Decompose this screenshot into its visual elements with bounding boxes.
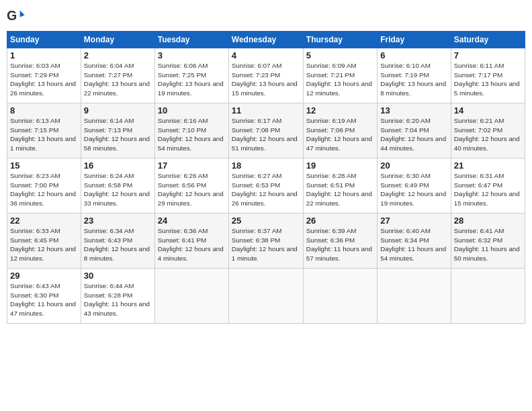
day-number: 29 <box>10 271 78 281</box>
day-number: 7 <box>454 50 522 60</box>
calendar-cell: 30 Sunrise: 6:44 AMSunset: 6:28 PMDaylig… <box>81 269 154 324</box>
calendar-cell: 7 Sunrise: 6:11 AMSunset: 7:17 PMDayligh… <box>451 48 525 103</box>
day-info: Sunrise: 6:03 AMSunset: 7:29 PMDaylight:… <box>10 62 76 97</box>
day-info: Sunrise: 6:10 AMSunset: 7:19 PMDaylight:… <box>380 62 446 97</box>
calendar-cell: 18 Sunrise: 6:27 AMSunset: 6:53 PMDaylig… <box>228 158 303 214</box>
day-number: 16 <box>84 161 152 171</box>
day-number: 12 <box>306 105 374 116</box>
calendar-cell: 14 Sunrise: 6:21 AMSunset: 7:02 PMDaylig… <box>451 103 525 158</box>
calendar-cell: 11 Sunrise: 6:17 AMSunset: 7:08 PMDaylig… <box>228 103 303 158</box>
calendar-cell: 9 Sunrise: 6:14 AMSunset: 7:13 PMDayligh… <box>81 103 154 158</box>
day-number: 28 <box>454 216 522 226</box>
day-info: Sunrise: 6:07 AMSunset: 7:23 PMDaylight:… <box>232 62 298 97</box>
calendar-cell: 27 Sunrise: 6:40 AMSunset: 6:34 PMDaylig… <box>378 214 451 269</box>
calendar-body: 1 Sunrise: 6:03 AMSunset: 7:29 PMDayligh… <box>7 48 525 324</box>
calendar-cell: 5 Sunrise: 6:09 AMSunset: 7:21 PMDayligh… <box>303 48 377 103</box>
calendar-week-row: 1 Sunrise: 6:03 AMSunset: 7:29 PMDayligh… <box>7 48 525 103</box>
day-info: Sunrise: 6:40 AMSunset: 6:34 PMDaylight:… <box>380 227 446 262</box>
day-info: Sunrise: 6:28 AMSunset: 6:51 PMDaylight:… <box>306 172 372 207</box>
calendar-cell: 13 Sunrise: 6:20 AMSunset: 7:04 PMDaylig… <box>378 103 451 158</box>
calendar-cell: 24 Sunrise: 6:36 AMSunset: 6:41 PMDaylig… <box>154 214 228 269</box>
svg-text:G: G <box>7 8 17 23</box>
calendar-cell: 28 Sunrise: 6:41 AMSunset: 6:32 PMDaylig… <box>451 214 525 269</box>
day-info: Sunrise: 6:23 AMSunset: 7:00 PMDaylight:… <box>10 172 76 207</box>
day-info: Sunrise: 6:34 AMSunset: 6:43 PMDaylight:… <box>84 227 150 262</box>
page-header: G <box>7 7 525 26</box>
day-info: Sunrise: 6:26 AMSunset: 6:56 PMDaylight:… <box>158 172 224 207</box>
day-info: Sunrise: 6:44 AMSunset: 6:28 PMDaylight:… <box>84 282 150 317</box>
day-info: Sunrise: 6:14 AMSunset: 7:13 PMDaylight:… <box>84 117 150 152</box>
logo: G <box>7 7 28 26</box>
calendar-cell: 1 Sunrise: 6:03 AMSunset: 7:29 PMDayligh… <box>7 48 81 103</box>
day-info: Sunrise: 6:39 AMSunset: 6:36 PMDaylight:… <box>306 227 372 262</box>
calendar-cell <box>154 269 228 324</box>
day-info: Sunrise: 6:33 AMSunset: 6:45 PMDaylight:… <box>10 227 76 262</box>
day-number: 21 <box>454 161 522 171</box>
calendar-cell: 3 Sunrise: 6:06 AMSunset: 7:25 PMDayligh… <box>154 48 228 103</box>
svg-marker-1 <box>20 11 25 17</box>
day-number: 9 <box>84 105 152 116</box>
calendar-cell: 16 Sunrise: 6:24 AMSunset: 6:58 PMDaylig… <box>81 158 154 214</box>
day-number: 27 <box>380 216 448 226</box>
day-info: Sunrise: 6:04 AMSunset: 7:27 PMDaylight:… <box>84 62 150 97</box>
calendar-table: SundayMondayTuesdayWednesdayThursdayFrid… <box>7 31 525 324</box>
calendar-cell: 25 Sunrise: 6:37 AMSunset: 6:38 PMDaylig… <box>228 214 303 269</box>
day-number: 1 <box>10 50 78 60</box>
calendar-cell: 10 Sunrise: 6:16 AMSunset: 7:10 PMDaylig… <box>154 103 228 158</box>
calendar-cell: 17 Sunrise: 6:26 AMSunset: 6:56 PMDaylig… <box>154 158 228 214</box>
day-number: 5 <box>306 50 374 60</box>
weekday-header-monday: Monday <box>81 32 154 48</box>
calendar-week-row: 29 Sunrise: 6:43 AMSunset: 6:30 PMDaylig… <box>7 269 525 324</box>
calendar-cell: 6 Sunrise: 6:10 AMSunset: 7:19 PMDayligh… <box>378 48 451 103</box>
calendar-cell: 2 Sunrise: 6:04 AMSunset: 7:27 PMDayligh… <box>81 48 154 103</box>
day-info: Sunrise: 6:36 AMSunset: 6:41 PMDaylight:… <box>158 227 224 262</box>
calendar-cell: 20 Sunrise: 6:30 AMSunset: 6:49 PMDaylig… <box>378 158 451 214</box>
calendar-cell: 15 Sunrise: 6:23 AMSunset: 7:00 PMDaylig… <box>7 158 81 214</box>
weekday-header-saturday: Saturday <box>451 32 525 48</box>
day-info: Sunrise: 6:27 AMSunset: 6:53 PMDaylight:… <box>232 172 298 207</box>
day-info: Sunrise: 6:17 AMSunset: 7:08 PMDaylight:… <box>232 117 298 152</box>
day-number: 17 <box>158 161 226 171</box>
day-number: 22 <box>10 216 78 226</box>
day-number: 4 <box>232 50 300 60</box>
day-number: 26 <box>306 216 374 226</box>
calendar-cell <box>378 269 451 324</box>
day-number: 10 <box>158 105 226 116</box>
day-info: Sunrise: 6:11 AMSunset: 7:17 PMDaylight:… <box>454 62 520 97</box>
day-info: Sunrise: 6:09 AMSunset: 7:21 PMDaylight:… <box>306 62 372 97</box>
calendar-week-row: 22 Sunrise: 6:33 AMSunset: 6:45 PMDaylig… <box>7 214 525 269</box>
day-number: 13 <box>380 105 448 116</box>
calendar-cell: 29 Sunrise: 6:43 AMSunset: 6:30 PMDaylig… <box>7 269 81 324</box>
day-info: Sunrise: 6:24 AMSunset: 6:58 PMDaylight:… <box>84 172 150 207</box>
calendar-cell <box>228 269 303 324</box>
day-info: Sunrise: 6:06 AMSunset: 7:25 PMDaylight:… <box>158 62 224 97</box>
calendar-cell: 26 Sunrise: 6:39 AMSunset: 6:36 PMDaylig… <box>303 214 377 269</box>
day-number: 20 <box>380 161 448 171</box>
day-info: Sunrise: 6:37 AMSunset: 6:38 PMDaylight:… <box>232 227 298 262</box>
day-number: 14 <box>454 105 522 116</box>
calendar-cell <box>451 269 525 324</box>
logo-icon: G <box>7 7 26 26</box>
day-number: 18 <box>232 161 300 171</box>
weekday-header-friday: Friday <box>378 32 451 48</box>
weekday-header-wednesday: Wednesday <box>228 32 303 48</box>
calendar-cell: 23 Sunrise: 6:34 AMSunset: 6:43 PMDaylig… <box>81 214 154 269</box>
calendar-header-row: SundayMondayTuesdayWednesdayThursdayFrid… <box>7 32 525 48</box>
day-info: Sunrise: 6:41 AMSunset: 6:32 PMDaylight:… <box>454 227 520 262</box>
day-number: 11 <box>232 105 300 116</box>
weekday-header-thursday: Thursday <box>303 32 377 48</box>
weekday-header-tuesday: Tuesday <box>154 32 228 48</box>
day-info: Sunrise: 6:20 AMSunset: 7:04 PMDaylight:… <box>380 117 446 152</box>
calendar-cell: 21 Sunrise: 6:31 AMSunset: 6:47 PMDaylig… <box>451 158 525 214</box>
day-number: 15 <box>10 161 78 171</box>
day-number: 19 <box>306 161 374 171</box>
day-info: Sunrise: 6:16 AMSunset: 7:10 PMDaylight:… <box>158 117 224 152</box>
day-info: Sunrise: 6:13 AMSunset: 7:15 PMDaylight:… <box>10 117 76 152</box>
day-info: Sunrise: 6:31 AMSunset: 6:47 PMDaylight:… <box>454 172 520 207</box>
calendar-week-row: 15 Sunrise: 6:23 AMSunset: 7:00 PMDaylig… <box>7 158 525 214</box>
calendar-cell <box>303 269 377 324</box>
day-number: 25 <box>232 216 300 226</box>
calendar-cell: 8 Sunrise: 6:13 AMSunset: 7:15 PMDayligh… <box>7 103 81 158</box>
calendar-cell: 22 Sunrise: 6:33 AMSunset: 6:45 PMDaylig… <box>7 214 81 269</box>
day-number: 24 <box>158 216 226 226</box>
